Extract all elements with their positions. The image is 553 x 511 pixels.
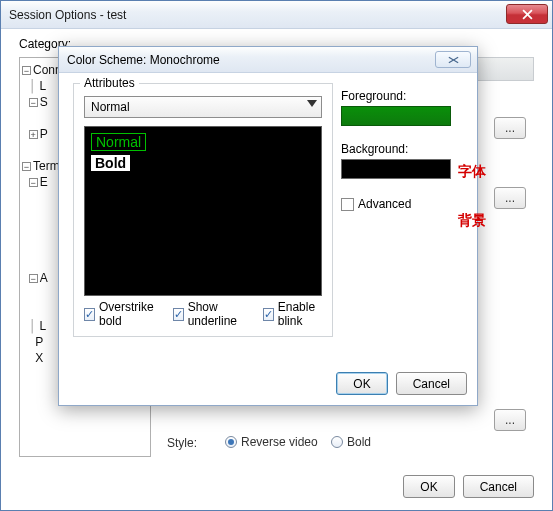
radio-dot-icon: [225, 436, 237, 448]
tree-item[interactable]: X: [35, 351, 43, 365]
cancel-button[interactable]: Cancel: [396, 372, 467, 395]
tree-item[interactable]: S: [40, 95, 48, 109]
attributes-combo[interactable]: Normal: [84, 96, 322, 118]
checkbox-icon: [263, 308, 274, 321]
ellipsis-button[interactable]: ...: [494, 117, 526, 139]
parent-titlebar: Session Options - test: [1, 1, 552, 29]
background-swatch[interactable]: [341, 159, 451, 179]
tree-item[interactable]: L: [40, 79, 47, 93]
color-panel: Foreground: Background: Advanced: [341, 83, 463, 211]
tree-item[interactable]: A: [40, 271, 48, 285]
tree-collapse-icon[interactable]: −: [29, 178, 38, 187]
radio-reverse-video[interactable]: Reverse video: [225, 435, 318, 449]
preview-bold: Bold: [91, 155, 130, 171]
tree-item[interactable]: P: [35, 335, 43, 349]
tree-collapse-icon[interactable]: −: [22, 66, 31, 75]
close-icon[interactable]: [506, 4, 548, 24]
foreground-label: Foreground:: [341, 89, 463, 103]
tree-collapse-icon[interactable]: −: [29, 98, 38, 107]
attributes-group: Attributes Normal Normal Bold Overstrike…: [73, 83, 333, 337]
chevron-down-icon: [307, 100, 317, 107]
checkbox-icon[interactable]: [341, 198, 354, 211]
combo-value: Normal: [91, 100, 130, 114]
preview-normal: Normal: [91, 133, 146, 151]
dialog-title: Color Scheme: Monochrome: [67, 53, 220, 67]
parent-title: Session Options - test: [9, 8, 126, 22]
radio-dot-icon: [331, 436, 343, 448]
radio-bold[interactable]: Bold: [331, 435, 371, 449]
color-scheme-dialog: Color Scheme: Monochrome Attributes Norm…: [58, 46, 478, 406]
checkbox-enable-blink[interactable]: Enable blink: [263, 300, 324, 328]
ok-button[interactable]: OK: [336, 372, 387, 395]
advanced-label[interactable]: Advanced: [358, 197, 411, 211]
annotation-background: 背景: [458, 212, 486, 230]
cancel-button[interactable]: Cancel: [463, 475, 534, 498]
checkbox-overstrike-bold[interactable]: Overstrike bold: [84, 300, 157, 328]
tree-item[interactable]: L: [40, 319, 47, 333]
annotation-foreground: 字体: [458, 163, 486, 181]
ellipsis-button[interactable]: ...: [494, 187, 526, 209]
tree-item-terminal[interactable]: Term: [33, 159, 60, 173]
foreground-swatch[interactable]: [341, 106, 451, 126]
dialog-titlebar: Color Scheme: Monochrome: [59, 47, 477, 73]
tree-expand-icon[interactable]: +: [29, 130, 38, 139]
attributes-legend: Attributes: [80, 76, 139, 90]
checkbox-icon: [173, 308, 184, 321]
tree-collapse-icon[interactable]: −: [29, 274, 38, 283]
ok-button[interactable]: OK: [403, 475, 454, 498]
tree-collapse-icon[interactable]: −: [22, 162, 31, 171]
ellipsis-button[interactable]: ...: [494, 409, 526, 431]
checkbox-show-underline[interactable]: Show underline: [173, 300, 247, 328]
close-icon[interactable]: [435, 51, 471, 68]
tree-item[interactable]: P: [40, 127, 48, 141]
checkbox-icon: [84, 308, 95, 321]
preview-area: Normal Bold: [84, 126, 322, 296]
style-label: Style:: [167, 436, 197, 450]
background-label: Background:: [341, 142, 463, 156]
tree-item[interactable]: E: [40, 175, 48, 189]
